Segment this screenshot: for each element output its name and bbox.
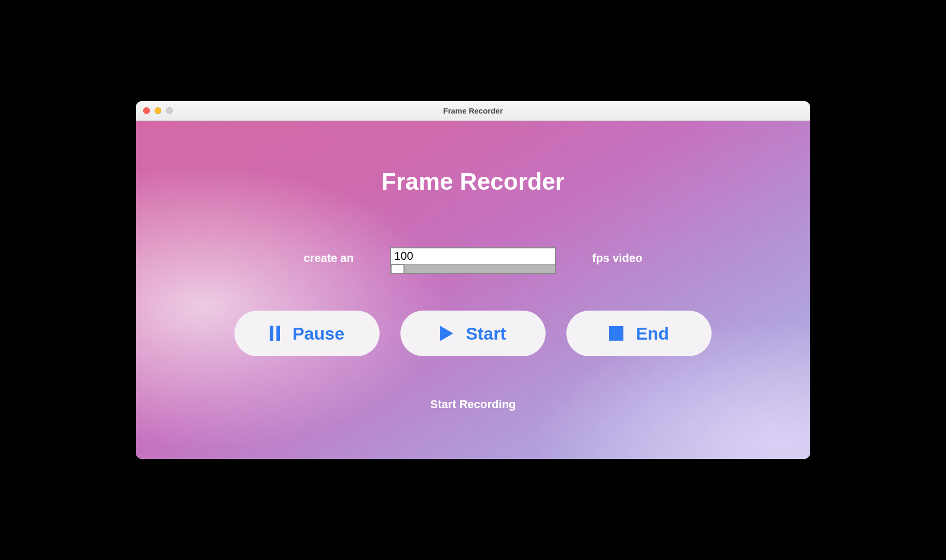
start-button[interactable]: Start <box>400 311 546 356</box>
pause-button[interactable]: Pause <box>234 311 380 356</box>
traffic-lights <box>136 107 173 114</box>
fps-value[interactable]: 100 <box>391 248 555 264</box>
maximize-icon <box>166 107 173 114</box>
close-icon[interactable] <box>143 107 150 114</box>
page-title: Frame Recorder <box>382 167 565 195</box>
play-icon <box>440 326 453 341</box>
minimize-icon[interactable] <box>155 107 161 114</box>
fps-slider-track[interactable] <box>391 264 555 273</box>
app-window: Frame Recorder Frame Recorder create an … <box>136 101 810 459</box>
svg-marker-0 <box>440 326 453 341</box>
fps-row: create an 100 fps video <box>303 247 642 274</box>
fps-suffix-label: fps video <box>592 247 643 265</box>
end-button[interactable]: End <box>566 311 712 356</box>
button-row: Pause Start End <box>234 311 712 356</box>
stop-icon <box>609 326 623 341</box>
pause-icon <box>270 326 280 341</box>
fps-slider-handle[interactable] <box>391 264 405 273</box>
fps-spinner[interactable]: 100 <box>390 247 556 274</box>
fps-prefix-label: create an <box>303 247 354 265</box>
start-button-label: Start <box>466 324 506 344</box>
titlebar[interactable]: Frame Recorder <box>136 101 810 121</box>
status-text: Start Recording <box>430 398 516 411</box>
content-area: Frame Recorder create an 100 fps video P… <box>136 121 810 459</box>
pause-button-label: Pause <box>293 324 344 344</box>
window-title: Frame Recorder <box>136 106 810 115</box>
end-button-label: End <box>636 324 669 344</box>
